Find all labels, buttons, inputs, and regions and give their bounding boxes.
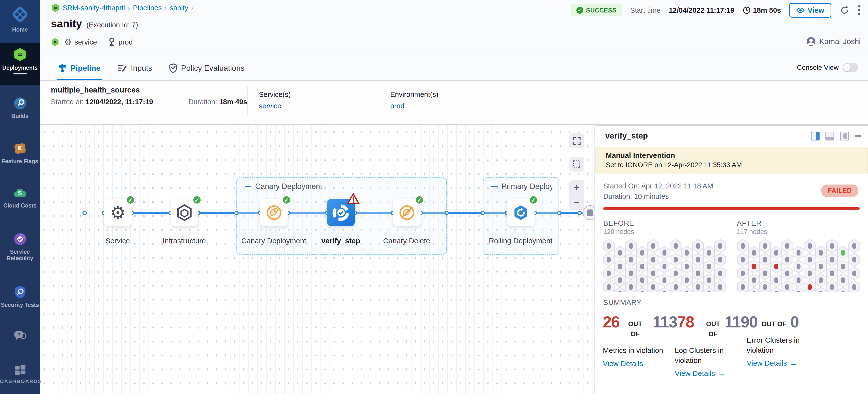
- node-canary-deployment[interactable]: ✓: [260, 199, 288, 226]
- layout-float-view-icon[interactable]: [840, 132, 849, 141]
- node-hex[interactable]: [681, 287, 692, 292]
- view-details-link[interactable]: View Details →: [675, 369, 725, 377]
- zoom-out-button[interactable]: −: [574, 198, 580, 207]
- node-hex[interactable]: [848, 280, 860, 292]
- node-hex[interactable]: [603, 239, 615, 253]
- node-hex[interactable]: [804, 239, 816, 253]
- node-hex[interactable]: [659, 273, 670, 287]
- sidebar-item-builds[interactable]: Builds: [0, 97, 40, 119]
- environment-chip[interactable]: prod: [108, 38, 133, 47]
- node-hex[interactable]: [603, 280, 615, 292]
- node-hex[interactable]: [770, 246, 782, 260]
- node-rolling-deployment[interactable]: ✓: [507, 199, 534, 226]
- node-hex[interactable]: [625, 267, 637, 280]
- node-hex[interactable]: [659, 287, 670, 292]
- node-hex[interactable]: [737, 280, 749, 292]
- node-canary-delete[interactable]: ✓: [393, 199, 421, 226]
- node-hex[interactable]: [614, 260, 626, 273]
- node-hex[interactable]: [714, 253, 726, 267]
- sidebar-item-dashboards[interactable]: DASHBOARDS: [0, 365, 40, 384]
- kebab-menu-icon[interactable]: [858, 5, 861, 16]
- node-hex[interactable]: [837, 273, 849, 287]
- zoom-in-button[interactable]: +: [574, 183, 580, 192]
- minimize-panel-icon[interactable]: [855, 135, 861, 137]
- node-hex[interactable]: [614, 273, 626, 287]
- node-hex[interactable]: [692, 280, 704, 292]
- sidebar-item-help[interactable]: ?: [0, 330, 40, 343]
- node-hex[interactable]: [804, 253, 816, 267]
- node-hex[interactable]: [804, 267, 816, 280]
- node-hex[interactable]: [636, 246, 648, 260]
- breadcrumb-pipelines[interactable]: Pipelines: [133, 4, 162, 12]
- node-hex[interactable]: [681, 246, 692, 260]
- node-hex[interactable]: [692, 267, 704, 280]
- node-hex[interactable]: [703, 260, 715, 273]
- node-hex[interactable]: [815, 260, 827, 273]
- node-hex[interactable]: [781, 253, 793, 267]
- node-hex[interactable]: [692, 253, 704, 267]
- group-primary-label[interactable]: Primary Deploy...: [491, 182, 552, 191]
- user-badge[interactable]: Kamal Joshi: [806, 37, 861, 47]
- node-hex[interactable]: [681, 273, 692, 287]
- node-verify-step[interactable]: [327, 199, 355, 226]
- node-hex[interactable]: [703, 273, 715, 287]
- sidebar-item-security-tests[interactable]: Security Tests: [0, 285, 40, 308]
- console-view-toggle[interactable]: [842, 63, 858, 72]
- node-infrastructure[interactable]: ✓: [170, 199, 198, 226]
- node-hex[interactable]: [636, 287, 648, 292]
- node-hex[interactable]: [826, 239, 838, 253]
- node-hex[interactable]: [625, 239, 637, 253]
- layout-bottom-view-icon[interactable]: [826, 132, 834, 141]
- node-hex[interactable]: [770, 287, 782, 292]
- node-hex[interactable]: [848, 267, 860, 280]
- layout-right-view-icon[interactable]: [811, 132, 819, 141]
- sidebar-item-home[interactable]: Home: [0, 0, 40, 43]
- pipeline-canvas[interactable]: Canary Deployment Primary Deploy... ⚙ ✓ …: [40, 125, 594, 394]
- marquee-select-button[interactable]: [569, 157, 584, 172]
- node-hex[interactable]: [636, 273, 648, 287]
- sidebar-item-feature-flags[interactable]: Feature Flags: [0, 142, 40, 164]
- node-hex[interactable]: [837, 246, 849, 260]
- node-hex[interactable]: [804, 280, 816, 292]
- node-hex[interactable]: [770, 260, 782, 273]
- node-hex[interactable]: [837, 287, 849, 292]
- service-chip[interactable]: ⚙ service: [64, 37, 97, 47]
- node-hex[interactable]: [681, 260, 692, 273]
- node-hex[interactable]: [703, 287, 715, 292]
- node-hex[interactable]: [737, 239, 749, 253]
- node-hex[interactable]: [647, 253, 659, 267]
- environment-link[interactable]: prod: [390, 102, 438, 110]
- node-hex[interactable]: [826, 267, 838, 280]
- tab-pipeline[interactable]: Pipeline: [58, 56, 100, 80]
- service-link[interactable]: service: [259, 102, 291, 110]
- sidebar-item-cloud-costs[interactable]: $ Cloud Costs: [0, 187, 40, 209]
- node-hex[interactable]: [647, 280, 659, 292]
- node-hex[interactable]: [759, 253, 771, 267]
- node-hex[interactable]: [670, 239, 682, 253]
- sidebar-item-deployments[interactable]: ∞ Deployments: [0, 43, 40, 85]
- node-hex[interactable]: [748, 260, 760, 273]
- node-hex[interactable]: [647, 239, 659, 253]
- node-hex[interactable]: [714, 267, 726, 280]
- node-hex[interactable]: [793, 273, 804, 287]
- node-hex[interactable]: [748, 246, 760, 260]
- node-hex[interactable]: [815, 273, 827, 287]
- node-hex[interactable]: [848, 253, 860, 267]
- node-hex[interactable]: [759, 267, 771, 280]
- node-hex[interactable]: [793, 246, 804, 260]
- pipeline-end-node[interactable]: [583, 205, 594, 220]
- node-hex[interactable]: [815, 287, 827, 292]
- before-node-grid[interactable]: [603, 239, 726, 292]
- tab-policy-evaluations[interactable]: Policy Evaluations: [169, 56, 245, 80]
- view-button[interactable]: View: [789, 3, 831, 18]
- node-hex[interactable]: [815, 246, 827, 260]
- node-hex[interactable]: [737, 253, 749, 267]
- after-node-grid[interactable]: [737, 239, 860, 292]
- node-hex[interactable]: [603, 267, 615, 280]
- node-hex[interactable]: [670, 280, 682, 292]
- node-hex[interactable]: [759, 239, 771, 253]
- node-hex[interactable]: [659, 246, 670, 260]
- node-hex[interactable]: [614, 287, 626, 292]
- breadcrumb-pipeline-name[interactable]: sanity: [170, 4, 188, 12]
- node-hex[interactable]: [759, 280, 771, 292]
